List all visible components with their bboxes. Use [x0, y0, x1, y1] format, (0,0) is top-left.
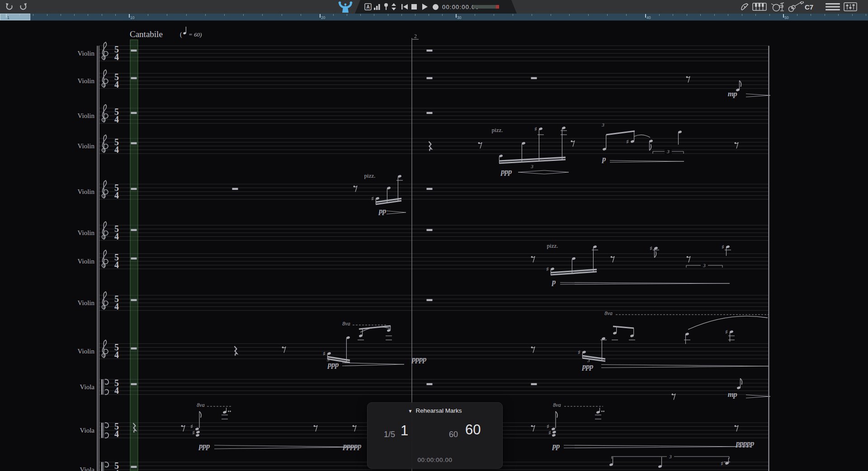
stop-button[interactable]: [411, 0, 417, 14]
dynamic-marking[interactable]: mp: [728, 89, 737, 98]
time-signature-denominator[interactable]: 4: [114, 350, 119, 360]
rehearsal-index-value[interactable]: 1: [401, 423, 408, 439]
time-signature-denominator[interactable]: 4: [114, 114, 119, 124]
redo-button[interactable]: [18, 0, 28, 14]
tempo-value[interactable]: 60: [465, 422, 481, 438]
record-button[interactable]: [432, 0, 439, 14]
time-signature-denominator[interactable]: 4: [114, 260, 119, 270]
spinner-arrows-icon[interactable]: [392, 0, 396, 14]
menu-list-icon[interactable]: [826, 0, 840, 14]
bar-rest[interactable]: [131, 112, 137, 114]
sharp-accidental[interactable]: ♯: [547, 423, 549, 430]
dynamic-marking[interactable]: pp: [552, 442, 560, 450]
bar-rest[interactable]: [427, 77, 433, 80]
flex-figure-icon[interactable]: [335, 0, 355, 14]
dynamic-marking[interactable]: p: [551, 278, 556, 286]
time-signature-denominator[interactable]: 4: [114, 145, 119, 155]
velocity-graph-icon[interactable]: [374, 0, 381, 14]
octave-marking[interactable]: 8va: [553, 402, 561, 408]
notehead[interactable]: [552, 430, 556, 434]
time-signature-denominator[interactable]: 4: [114, 190, 119, 200]
bar-rest[interactable]: [232, 188, 238, 190]
sharp-accidental[interactable]: ♯: [371, 195, 374, 202]
tuplet-number[interactable]: 3: [587, 358, 590, 363]
play-button[interactable]: [422, 0, 428, 14]
tuplet-number[interactable]: 3: [326, 357, 330, 362]
bar-rest[interactable]: [131, 258, 137, 260]
sharp-accidental[interactable]: ♯: [534, 126, 537, 132]
dynamic-marking[interactable]: pppp: [411, 355, 426, 363]
bar-rest[interactable]: [427, 383, 433, 386]
tempo-text[interactable]: Cantabile: [130, 29, 163, 39]
viewport-indicator[interactable]: [0, 14, 30, 20]
pizzicato-text[interactable]: pizz.: [547, 242, 558, 249]
score-canvas[interactable]: Violin54Violin54Violin54Violin54Violin54…: [0, 0, 868, 471]
dynamic-marking[interactable]: ppppp: [342, 442, 361, 450]
dynamic-marking[interactable]: ppppp: [735, 439, 754, 447]
sharp-accidental[interactable]: ♯: [725, 329, 728, 335]
bar-rest[interactable]: [131, 77, 137, 80]
bar-rest[interactable]: [427, 229, 433, 231]
sharp-accidental[interactable]: ♯: [578, 349, 580, 356]
mixer-button[interactable]: [844, 0, 857, 14]
metronome-pin-icon[interactable]: [383, 0, 389, 14]
dynamic-marking[interactable]: ppp: [500, 167, 512, 176]
bar-rest[interactable]: [531, 383, 537, 386]
tuplet-number[interactable]: 3: [703, 263, 706, 268]
dynamic-marking[interactable]: ppp: [581, 362, 593, 371]
chord-display-button[interactable]: C7: [805, 0, 813, 14]
sharp-accidental[interactable]: ♯: [192, 429, 195, 436]
time-signature-denominator[interactable]: 4: [114, 231, 119, 241]
sharp-accidental[interactable]: ♯: [721, 460, 723, 467]
note-input-mode-button[interactable]: A: [364, 0, 372, 14]
dynamic-marking[interactable]: ppp: [198, 442, 210, 450]
sharp-accidental[interactable]: ♯: [190, 423, 193, 430]
sharp-accidental[interactable]: ♯: [626, 138, 629, 145]
slur[interactable]: [634, 135, 650, 137]
popover-header[interactable]: ▼Rehearsal Marks: [368, 407, 502, 414]
time-signature-denominator[interactable]: 4: [114, 52, 119, 62]
bar-rest[interactable]: [131, 229, 137, 231]
time-signature-denominator[interactable]: 4: [114, 301, 119, 311]
collapse-caret-icon[interactable]: ▼: [408, 409, 413, 414]
sharp-accidental[interactable]: ♯: [650, 245, 652, 252]
time-signature-denominator[interactable]: 4: [114, 80, 119, 89]
bar-rest[interactable]: [427, 188, 433, 190]
alto-clef-icon[interactable]: [101, 423, 103, 438]
guitar-icon[interactable]: [788, 0, 804, 14]
octave-marking[interactable]: 8va: [604, 310, 612, 316]
bar-rest[interactable]: [131, 188, 137, 190]
dynamic-marking[interactable]: pp: [378, 207, 386, 215]
bar-rest[interactable]: [131, 383, 137, 386]
sharp-accidental[interactable]: ♯: [546, 266, 549, 273]
bar-number[interactable]: 2: [414, 33, 417, 39]
notehead[interactable]: [196, 430, 200, 434]
bar-rest[interactable]: [131, 348, 137, 350]
bar-rest[interactable]: [531, 77, 537, 80]
slur[interactable]: [688, 316, 768, 330]
tuplet-number[interactable]: 3: [666, 149, 670, 154]
go-to-start-button[interactable]: [401, 0, 408, 14]
bar-rest[interactable]: [131, 142, 137, 145]
drum-kit-icon[interactable]: [770, 0, 785, 14]
octave-marking[interactable]: 8va: [342, 320, 350, 327]
dynamic-marking[interactable]: p: [601, 155, 606, 163]
bar-rest[interactable]: [131, 466, 137, 468]
bar-rest[interactable]: [131, 299, 137, 301]
sharp-accidental[interactable]: ♯: [548, 429, 551, 436]
piano-keyboard-icon[interactable]: [752, 0, 767, 14]
dynamic-marking[interactable]: mp: [728, 390, 737, 399]
pen-write-mode-icon[interactable]: [740, 0, 749, 14]
undo-button[interactable]: [5, 0, 14, 14]
pizzicato-text[interactable]: pizz.: [492, 127, 503, 133]
pizzicato-text[interactable]: pizz.: [364, 172, 376, 179]
bar-rest[interactable]: [427, 50, 433, 52]
tuplet-number[interactable]: 3: [530, 164, 533, 169]
bar-rest[interactable]: [427, 299, 433, 301]
sharp-accidental[interactable]: ♯: [722, 244, 724, 250]
alto-clef-icon[interactable]: [101, 462, 103, 471]
alto-clef-icon[interactable]: [101, 379, 103, 395]
sharp-accidental[interactable]: ♯: [323, 350, 326, 357]
bar-rest[interactable]: [427, 112, 433, 114]
tuplet-number[interactable]: 3: [601, 122, 604, 127]
